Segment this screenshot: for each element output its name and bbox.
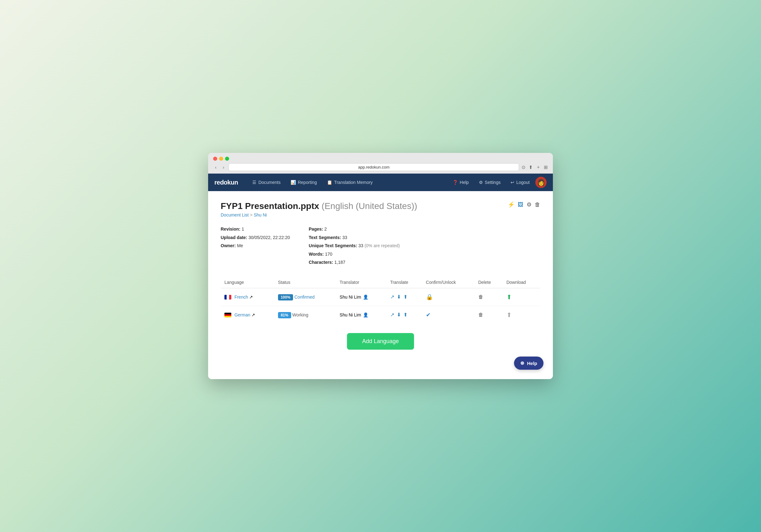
language-cell: German ↗ bbox=[221, 306, 274, 324]
meta-right: Pages: 2 Text Segments: 33 Unique Text S… bbox=[309, 225, 400, 267]
avatar[interactable]: 👩 bbox=[535, 177, 547, 188]
browser-window: ‹ › app.redokun.com ⊙ ⬆ ＋ ⊞ redokun ☰ Do… bbox=[208, 153, 553, 379]
language-cell: French ↗ bbox=[221, 288, 274, 306]
confirm-cell-french: 🔒 bbox=[422, 288, 475, 306]
delete-doc-icon[interactable]: 🗑 bbox=[535, 201, 540, 208]
new-tab-icon[interactable]: ＋ bbox=[536, 164, 541, 170]
minimize-dot[interactable] bbox=[219, 157, 223, 161]
translation-memory-icon: 📋 bbox=[327, 180, 332, 185]
nav-items: ☰ Documents 📊 Reporting 📋 Translation Me… bbox=[248, 177, 448, 187]
progress-badge-french: 100% bbox=[278, 294, 293, 300]
nav-help[interactable]: ❓ Help bbox=[448, 177, 473, 187]
browser-chrome: ‹ › app.redokun.com ⊙ ⬆ ＋ ⊞ bbox=[208, 153, 553, 174]
status-text-french: Confirmed bbox=[294, 294, 315, 299]
reporting-icon: 📊 bbox=[291, 180, 296, 185]
table-row: German ↗ 81% Working Shu Ni Lim 👤 bbox=[221, 306, 540, 324]
maximize-dot[interactable] bbox=[225, 157, 229, 161]
bolt-icon[interactable]: ⚡ bbox=[508, 201, 515, 208]
col-status: Status bbox=[274, 277, 336, 288]
delete-cell-french: 🗑 bbox=[475, 288, 503, 306]
table-row: French ↗ 100% Confirmed Shu Ni Lim 👤 bbox=[221, 288, 540, 306]
nav-reporting[interactable]: 📊 Reporting bbox=[286, 177, 321, 187]
flag-french bbox=[224, 295, 231, 299]
help-fab-icon: ⊗ bbox=[520, 360, 524, 366]
doc-meta: Revision: 1 Upload date: 30/05/2022, 22:… bbox=[221, 225, 540, 267]
download-xliff-btn-french[interactable]: ⬇ bbox=[397, 294, 401, 300]
download-cell-german: ⬆ bbox=[503, 306, 540, 324]
image-icon[interactable]: 🖼 bbox=[518, 201, 523, 208]
download-btn-german[interactable]: ⬆ bbox=[506, 311, 512, 318]
upload-xliff-btn-french[interactable]: ⬆ bbox=[403, 294, 407, 300]
app-logo: redokun bbox=[214, 179, 238, 186]
external-link-icon[interactable]: ↗ bbox=[249, 294, 253, 299]
status-text-german: Working bbox=[292, 312, 309, 317]
page-title-language: (English (United States)) bbox=[322, 201, 417, 211]
browser-dots bbox=[213, 157, 548, 161]
translate-actions-french: ↗ ⬇ ⬆ bbox=[386, 288, 422, 306]
share-icon[interactable]: ⬆ bbox=[529, 165, 533, 170]
table-header-row: Language Status Translator Translate Con… bbox=[221, 277, 540, 288]
meta-left: Revision: 1 Upload date: 30/05/2022, 22:… bbox=[221, 225, 290, 267]
translator-cell-french: Shu Ni Lim 👤 bbox=[336, 288, 386, 306]
status-cell-french: 100% Confirmed bbox=[274, 288, 336, 306]
open-editor-btn-german[interactable]: ↗ bbox=[390, 312, 394, 318]
person-icon-french[interactable]: 👤 bbox=[363, 294, 368, 299]
browser-actions: ⊙ ⬆ ＋ ⊞ bbox=[522, 164, 548, 170]
delete-cell-german: 🗑 bbox=[475, 306, 503, 324]
col-delete: Delete bbox=[475, 277, 503, 288]
download-xliff-btn-german[interactable]: ⬇ bbox=[397, 312, 401, 318]
main-content: ⚡ 🖼 ⚙ 🗑 FYP1 Presentation.pptx (English … bbox=[208, 191, 553, 379]
grid-icon[interactable]: ⊞ bbox=[544, 165, 548, 170]
help-fab[interactable]: ⊗ Help bbox=[514, 356, 544, 370]
person-icon-german[interactable]: 👤 bbox=[363, 312, 368, 317]
app-nav: redokun ☰ Documents 📊 Reporting 📋 Transl… bbox=[208, 174, 553, 191]
check-btn-german[interactable]: ✔ bbox=[426, 312, 431, 318]
doc-actions: ⚡ 🖼 ⚙ 🗑 bbox=[508, 201, 540, 208]
translator-name-german: Shu Ni Lim bbox=[340, 312, 361, 317]
open-editor-btn-french[interactable]: ↗ bbox=[390, 294, 394, 300]
confirm-cell-german: ✔ bbox=[422, 306, 475, 324]
nav-translation-memory[interactable]: 📋 Translation Memory bbox=[322, 177, 377, 187]
download-icon[interactable]: ⊙ bbox=[522, 165, 526, 170]
lock-btn-french[interactable]: 🔒 bbox=[426, 294, 433, 300]
col-translator: Translator bbox=[336, 277, 386, 288]
delete-btn-german[interactable]: 🗑 bbox=[478, 312, 483, 317]
translator-cell-german: Shu Ni Lim 👤 bbox=[336, 306, 386, 324]
external-link-icon-de[interactable]: ↗ bbox=[251, 312, 255, 317]
page-title: FYP1 Presentation.pptx (English (United … bbox=[221, 201, 540, 211]
settings-doc-icon[interactable]: ⚙ bbox=[527, 201, 532, 208]
settings-icon: ⚙ bbox=[479, 180, 483, 185]
language-name-german[interactable]: German bbox=[234, 312, 251, 317]
address-bar[interactable]: app.redokun.com bbox=[228, 163, 519, 171]
col-translate: Translate bbox=[386, 277, 422, 288]
col-language: Language bbox=[221, 277, 274, 288]
browser-toolbar: ‹ › app.redokun.com ⊙ ⬆ ＋ ⊞ bbox=[213, 163, 548, 174]
breadcrumb-document-list[interactable]: Document List bbox=[221, 212, 249, 217]
upload-xliff-btn-german[interactable]: ⬆ bbox=[403, 312, 407, 318]
language-name-french[interactable]: French bbox=[234, 294, 248, 299]
breadcrumb: Document List > Shu Ni bbox=[221, 212, 540, 217]
language-table: Language Status Translator Translate Con… bbox=[221, 277, 540, 324]
breadcrumb-separator: > bbox=[250, 212, 254, 217]
progress-badge-german: 81% bbox=[278, 312, 291, 318]
forward-button[interactable]: › bbox=[221, 164, 226, 171]
help-fab-label: Help bbox=[527, 361, 537, 366]
documents-icon: ☰ bbox=[252, 180, 257, 185]
flag-german bbox=[224, 313, 231, 317]
col-download: Download bbox=[503, 277, 540, 288]
translate-actions-german: ↗ ⬇ ⬆ bbox=[386, 306, 422, 324]
status-cell-german: 81% Working bbox=[274, 306, 336, 324]
translator-name-french: Shu Ni Lim bbox=[340, 294, 361, 299]
back-button[interactable]: ‹ bbox=[213, 164, 218, 171]
add-language-button[interactable]: Add Language bbox=[347, 333, 414, 350]
nav-settings[interactable]: ⚙ Settings bbox=[475, 177, 505, 187]
logout-icon: ↩ bbox=[510, 180, 514, 185]
nav-logout[interactable]: ↩ Logout bbox=[506, 177, 534, 187]
close-dot[interactable] bbox=[213, 157, 217, 161]
col-confirm-unlock: Confirm/Unlock bbox=[422, 277, 475, 288]
nav-documents[interactable]: ☰ Documents bbox=[248, 177, 285, 187]
delete-btn-french[interactable]: 🗑 bbox=[478, 294, 483, 299]
nav-right: ❓ Help ⚙ Settings ↩ Logout 👩 bbox=[448, 177, 547, 188]
breadcrumb-user[interactable]: Shu Ni bbox=[254, 212, 267, 217]
download-btn-french[interactable]: ⬆ bbox=[506, 293, 512, 300]
